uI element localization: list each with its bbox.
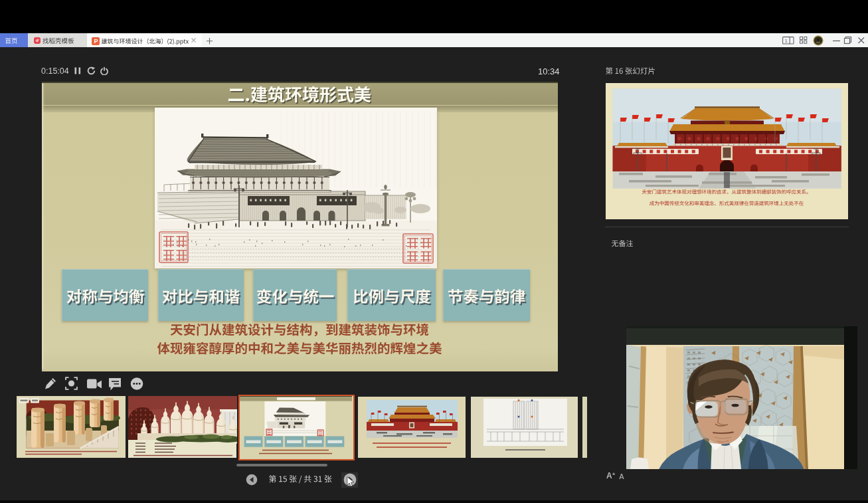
svg-text:1: 1 <box>785 37 788 43</box>
